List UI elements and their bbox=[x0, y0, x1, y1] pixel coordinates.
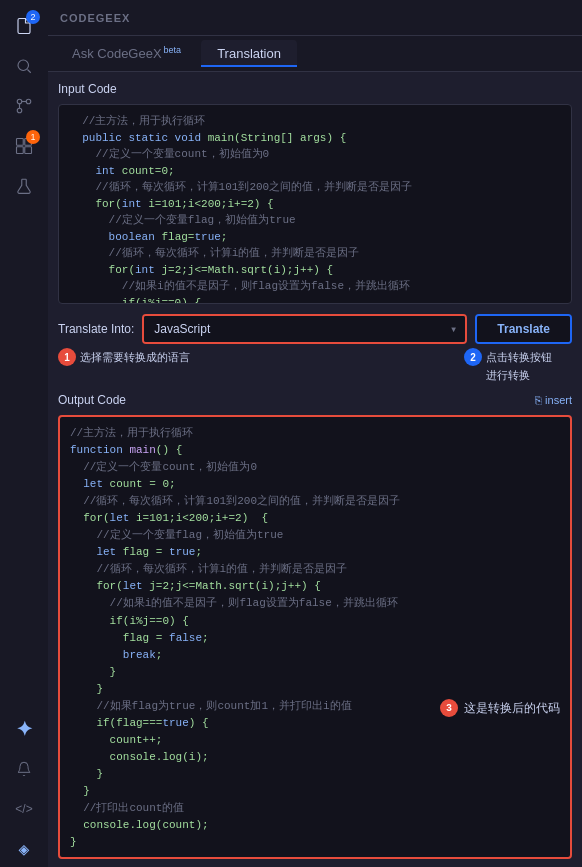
tab-bar: Ask CodeGeeXbeta Translation bbox=[48, 36, 582, 72]
callout-row: 1 选择需要转换成的语言 2 点击转换按钮 进行转换 bbox=[58, 348, 572, 383]
callout-2: 2 点击转换按钮 进行转换 bbox=[464, 348, 552, 383]
input-code-box: //主方法，用于执行循环 public static void main(Str… bbox=[58, 104, 572, 304]
files-icon[interactable]: 2 bbox=[6, 8, 42, 44]
flask-icon[interactable] bbox=[6, 168, 42, 204]
beta-badge: beta bbox=[164, 45, 182, 55]
callout-3-text: 这是转换后的代码 bbox=[464, 700, 560, 717]
translate-button[interactable]: Translate bbox=[477, 316, 570, 342]
insert-icon: ⎘ bbox=[535, 394, 542, 406]
svg-point-3 bbox=[17, 108, 22, 113]
svg-rect-10 bbox=[25, 147, 32, 154]
callout-1-number: 1 bbox=[58, 348, 76, 366]
main-content: CODEGEEX Ask CodeGeeXbeta Translation In… bbox=[48, 0, 582, 867]
insert-button[interactable]: ⎘ insert bbox=[535, 394, 572, 406]
insert-label: insert bbox=[545, 394, 572, 406]
svg-rect-7 bbox=[17, 139, 24, 146]
callout-2-number: 2 bbox=[464, 348, 482, 366]
svg-point-4 bbox=[26, 99, 31, 104]
bell-icon[interactable] bbox=[6, 751, 42, 787]
translate-row: Translate Into: JavaScript Python TypeSc… bbox=[58, 314, 572, 344]
code-icon[interactable]: </> bbox=[6, 791, 42, 827]
input-code-content: //主方法，用于执行循环 public static void main(Str… bbox=[59, 105, 571, 304]
translate-into-label: Translate Into: bbox=[58, 322, 134, 336]
output-code-label: Output Code bbox=[58, 391, 126, 409]
source-control-icon[interactable] bbox=[6, 88, 42, 124]
search-icon[interactable] bbox=[6, 48, 42, 84]
tab-translation-label: Translation bbox=[217, 46, 281, 61]
tab-translation[interactable]: Translation bbox=[201, 40, 297, 67]
svg-line-1 bbox=[27, 69, 30, 72]
files-badge: 2 bbox=[26, 10, 40, 24]
translate-section: Translate Into: JavaScript Python TypeSc… bbox=[58, 310, 572, 385]
input-code-label: Input Code bbox=[58, 80, 572, 98]
tab-ask-codegeex[interactable]: Ask CodeGeeXbeta bbox=[56, 39, 197, 67]
language-select[interactable]: JavaScript Python TypeScript Java C++ C#… bbox=[144, 316, 465, 342]
output-code-content: //主方法，用于执行循环 function main() { //定义一个变量c… bbox=[60, 417, 570, 859]
callout-1-text: 选择需要转换成的语言 bbox=[80, 350, 190, 365]
activity-bar: 2 1 ✦ </> ◈ bbox=[0, 0, 48, 867]
translate-btn-wrapper: Translate bbox=[475, 314, 572, 344]
extensions-icon[interactable]: 1 bbox=[6, 128, 42, 164]
svg-rect-9 bbox=[17, 147, 24, 154]
panel: Input Code //主方法，用于执行循环 public static vo… bbox=[48, 72, 582, 867]
output-code-box: //主方法，用于执行循环 function main() { //定义一个变量c… bbox=[58, 415, 572, 859]
svg-point-0 bbox=[18, 60, 29, 71]
callout-2-text: 点击转换按钮 bbox=[486, 350, 552, 365]
codegeex-icon[interactable]: ◈ bbox=[6, 831, 42, 867]
callout-1: 1 选择需要转换成的语言 bbox=[58, 348, 190, 366]
brand-label: CODEGEEX bbox=[60, 12, 130, 24]
language-select-wrapper: JavaScript Python TypeScript Java C++ C#… bbox=[142, 314, 467, 344]
callout-3-number: 3 bbox=[440, 699, 458, 717]
top-bar: CODEGEEX bbox=[48, 0, 582, 36]
callout-3: 3 这是转换后的代码 bbox=[440, 699, 560, 717]
output-header: Output Code ⎘ insert bbox=[58, 391, 572, 409]
ai-icon[interactable]: ✦ bbox=[6, 711, 42, 747]
extensions-badge: 1 bbox=[26, 130, 40, 144]
callout-2-text-2: 进行转换 bbox=[464, 368, 530, 383]
svg-point-2 bbox=[17, 99, 22, 104]
tab-ask-label: Ask CodeGeeX bbox=[72, 47, 162, 62]
